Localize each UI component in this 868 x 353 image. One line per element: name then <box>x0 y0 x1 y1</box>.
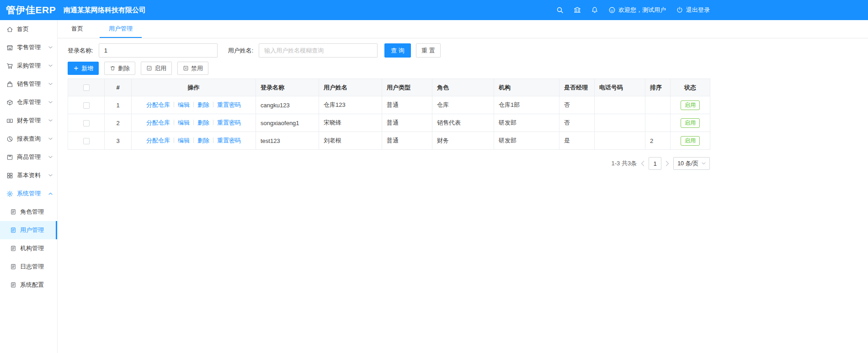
sidebar-item-role-management[interactable]: 角色管理 <box>0 203 57 221</box>
divider <box>213 120 213 125</box>
building-icon[interactable] <box>574 6 581 14</box>
logout-icon <box>676 6 683 14</box>
delete-link[interactable]: 删除 <box>197 119 209 126</box>
cell-type: 普通 <box>382 96 432 114</box>
chevron-down-icon <box>48 119 53 122</box>
sidebar-item-sales[interactable]: 销售管理 <box>0 75 57 93</box>
disable-button[interactable]: 禁用 <box>177 62 208 75</box>
sidebar-item-home[interactable]: 首页 <box>0 20 57 38</box>
sidebar-item-label: 销售管理 <box>17 80 41 88</box>
sidebar-item-basic-data[interactable]: 基本资料 <box>0 166 57 184</box>
delete-button[interactable]: 删除 <box>104 62 135 75</box>
divider <box>193 102 194 107</box>
sidebar-item-purchase[interactable]: 采购管理 <box>0 57 57 75</box>
sidebar-item-label: 仓库管理 <box>17 98 41 106</box>
delete-link[interactable]: 删除 <box>197 101 209 108</box>
edit-link[interactable]: 编辑 <box>178 101 190 108</box>
reset-password-link[interactable]: 重置密码 <box>217 137 241 144</box>
welcome-user[interactable]: 欢迎您，测试用户 <box>608 6 666 14</box>
cell-manager: 否 <box>559 96 595 114</box>
status-badge: 启用 <box>681 136 700 146</box>
select-all-checkbox[interactable] <box>83 84 90 91</box>
add-button[interactable]: 新增 <box>68 62 99 75</box>
enable-button-label: 启用 <box>154 64 166 73</box>
edit-link[interactable]: 编辑 <box>178 119 190 126</box>
chevron-down-icon <box>48 156 53 158</box>
cart-icon <box>6 63 13 69</box>
enable-button[interactable]: 启用 <box>141 62 172 75</box>
user-name-input[interactable] <box>259 43 378 58</box>
row-checkbox[interactable] <box>83 102 90 109</box>
log-icon <box>10 263 17 270</box>
pie-chart-icon <box>6 136 13 142</box>
reset-password-link[interactable]: 重置密码 <box>217 119 241 126</box>
assign-warehouse-link[interactable]: 分配仓库 <box>146 101 170 108</box>
edit-link[interactable]: 编辑 <box>178 137 190 144</box>
bag-icon <box>6 81 13 88</box>
row-actions: 分配仓库编辑删除重置密码 <box>132 114 256 132</box>
delete-link[interactable]: 删除 <box>197 137 209 144</box>
header-actions: 操作 <box>132 79 256 96</box>
header-role: 角色 <box>432 79 494 96</box>
divider <box>193 120 194 125</box>
sidebar-item-system[interactable]: 系统管理 <box>0 184 57 203</box>
search-icon[interactable] <box>556 6 564 14</box>
cell-status: 启用 <box>671 132 710 150</box>
cell-status: 启用 <box>671 114 710 132</box>
next-page-button[interactable] <box>666 161 669 166</box>
logout-button[interactable]: 退出登录 <box>676 6 710 14</box>
table-row: 2 分配仓库编辑删除重置密码 songxiaofeng1 宋晓锋 普通 销售代表… <box>68 114 710 132</box>
page-size-select[interactable]: 10 条/页 <box>673 157 710 170</box>
cell-role: 销售代表 <box>432 114 494 132</box>
store-icon <box>6 44 13 51</box>
sidebar-item-label: 用户管理 <box>20 226 44 234</box>
logout-text: 退出登录 <box>686 6 710 14</box>
assign-warehouse-link[interactable]: 分配仓库 <box>146 119 170 126</box>
row-checkbox[interactable] <box>83 138 90 144</box>
sidebar-item-goods[interactable]: 商品管理 <box>0 148 57 166</box>
assign-warehouse-link[interactable]: 分配仓库 <box>146 137 170 144</box>
chevron-down-icon <box>702 162 706 165</box>
row-index: 2 <box>105 114 132 132</box>
delete-button-label: 删除 <box>118 64 130 73</box>
sidebar-item-finance[interactable]: 财务管理 <box>0 111 57 130</box>
cell-phone <box>595 96 645 114</box>
chevron-down-icon <box>48 174 53 177</box>
sidebar-item-label: 商品管理 <box>17 153 41 161</box>
sidebar-item-reports[interactable]: 报表查询 <box>0 130 57 148</box>
cell-phone <box>595 132 645 150</box>
tab-home[interactable]: 首页 <box>62 20 92 38</box>
prev-page-button[interactable] <box>641 161 644 166</box>
tab-user-management[interactable]: 用户管理 <box>100 20 142 38</box>
search-button[interactable]: 查 询 <box>384 43 411 58</box>
box-icon <box>6 99 13 106</box>
cell-type: 普通 <box>382 132 432 150</box>
cell-role: 财务 <box>432 132 494 150</box>
sidebar-item-system-config[interactable]: 系统配置 <box>0 276 57 294</box>
cell-sort <box>645 96 671 114</box>
sidebar-item-retail[interactable]: 零售管理 <box>0 38 57 57</box>
reset-button[interactable]: 重 置 <box>416 43 441 58</box>
x-square-icon <box>183 65 189 71</box>
cell-login: cangku123 <box>256 96 319 114</box>
row-select-cell <box>68 96 105 114</box>
topbar-actions: 欢迎您，测试用户 退出登录 <box>556 0 710 20</box>
cell-login: test123 <box>256 132 319 150</box>
sidebar-item-warehouse[interactable]: 仓库管理 <box>0 93 57 111</box>
sidebar-item-log-management[interactable]: 日志管理 <box>0 258 57 276</box>
bell-icon[interactable] <box>591 6 598 14</box>
sidebar-item-user-management[interactable]: 用户管理 <box>0 221 57 239</box>
app-logo: 管伊佳ERP <box>0 4 58 16</box>
current-page[interactable]: 1 <box>649 157 661 170</box>
sidebar-item-org-management[interactable]: 机构管理 <box>0 239 57 258</box>
reset-password-link[interactable]: 重置密码 <box>217 101 241 108</box>
main-content: 首页 用户管理 登录名称: 用户姓名: 查 询 重 置 新增 删除 <box>58 20 868 353</box>
sidebar-item-label: 零售管理 <box>17 43 41 52</box>
row-index: 3 <box>105 132 132 150</box>
tab-label: 用户管理 <box>109 25 133 33</box>
cell-name: 刘老根 <box>319 132 382 150</box>
chevron-up-icon <box>48 192 53 195</box>
row-checkbox[interactable] <box>83 120 90 126</box>
login-name-input[interactable] <box>99 43 218 58</box>
page-size-value: 10 条/页 <box>677 160 698 168</box>
